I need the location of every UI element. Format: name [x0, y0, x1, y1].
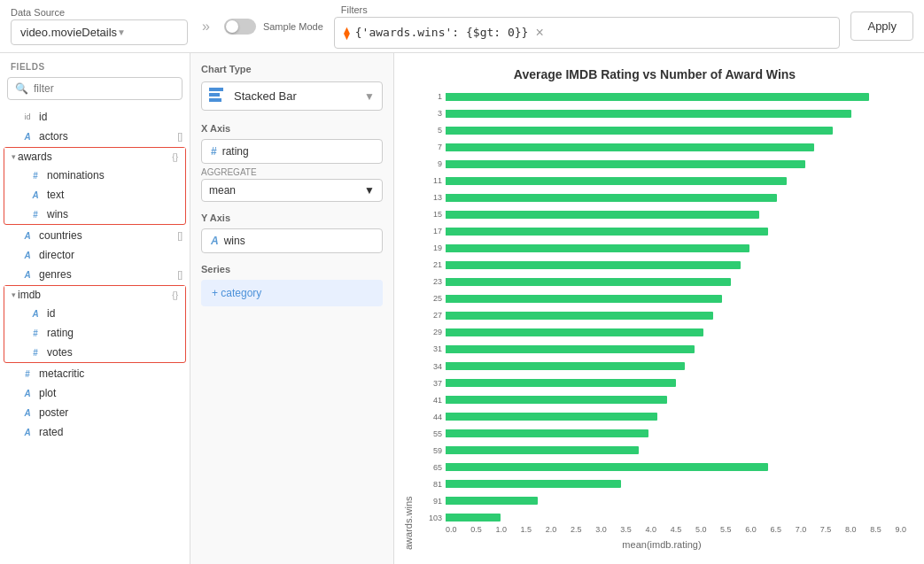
bar-fill — [446, 244, 749, 252]
field-label-imdb-votes: votes — [47, 346, 178, 359]
bar-label: 103 — [417, 514, 442, 522]
field-item-metacritic[interactable]: # metacritic — [0, 364, 190, 383]
field-item-plot[interactable]: A plot — [0, 383, 190, 403]
group-label-imdb: imdb — [18, 289, 172, 301]
type-icon-poster: A — [21, 408, 34, 418]
filter-clear-icon[interactable]: × — [535, 25, 543, 41]
awards-expand-icon: ▾ — [12, 152, 16, 161]
type-icon-text: A — [29, 190, 42, 200]
bar-row: 65 — [417, 463, 906, 472]
awards-group-container: ▾ awards {} # nominations A text # wins — [4, 147, 186, 225]
field-label-countries: countries — [39, 229, 174, 242]
bar-label: 21 — [417, 260, 442, 269]
bar-row: 15 — [417, 210, 906, 219]
series-label: Series — [201, 264, 383, 274]
field-item-wins[interactable]: # wins — [4, 205, 185, 224]
field-item-poster[interactable]: A poster — [0, 403, 190, 422]
apply-button[interactable]: Apply — [850, 12, 913, 41]
bar-track — [446, 312, 906, 320]
bar-row: 21 — [417, 260, 906, 269]
chart-type-select[interactable]: Stacked Bar ▼ — [201, 81, 383, 111]
sample-mode-area: Sample Mode — [224, 19, 323, 35]
x-axis-field[interactable]: # rating — [201, 139, 383, 164]
group-header-imdb[interactable]: ▾ imdb {} — [4, 286, 185, 304]
bar-label: 11 — [417, 176, 442, 185]
search-box[interactable]: 🔍 — [7, 77, 182, 100]
chart-type-chevron-icon: ▼ — [364, 90, 375, 103]
imdb-expand-icon: ▾ — [12, 290, 16, 299]
type-icon-rated: A — [21, 428, 34, 437]
field-item-actors[interactable]: A actors [] — [0, 127, 190, 146]
group-header-awards[interactable]: ▾ awards {} — [4, 148, 185, 166]
field-item-director[interactable]: A director — [0, 245, 190, 265]
field-label-genres: genres — [39, 268, 174, 281]
bar-track — [446, 328, 906, 336]
type-icon-director: A — [21, 251, 34, 260]
type-icon-nominations: # — [29, 171, 42, 181]
y-axis-chart-label: awards.wins — [403, 90, 414, 550]
y-axis-field[interactable]: A wins — [201, 228, 383, 253]
field-item-id[interactable]: id id — [0, 107, 190, 127]
bar-track — [446, 177, 906, 185]
bar-row: 37 — [417, 379, 906, 388]
sample-mode-toggle[interactable] — [224, 19, 256, 35]
countries-bracket: [] — [177, 231, 182, 241]
field-item-rated[interactable]: A rated — [0, 422, 190, 442]
field-label-wins: wins — [47, 208, 178, 220]
bar-fill — [446, 312, 713, 320]
bar-track — [446, 413, 906, 421]
field-item-nominations[interactable]: # nominations — [4, 166, 185, 185]
bar-fill — [446, 177, 787, 185]
bar-label: 41 — [417, 396, 442, 405]
chart-type-icon — [209, 88, 227, 104]
bar-track — [446, 261, 906, 269]
field-label-id: id — [39, 111, 182, 123]
series-add-button[interactable]: + category — [201, 280, 383, 306]
field-label-imdb-id: id — [47, 307, 178, 320]
field-label-plot: plot — [39, 387, 182, 399]
aggregate-chevron-icon: ▼ — [364, 184, 375, 197]
field-item-imdb-id[interactable]: A id — [4, 304, 185, 323]
y-axis-type-icon: A — [211, 235, 219, 247]
bar-row: 34 — [417, 362, 906, 371]
type-icon-wins: # — [29, 210, 42, 220]
svg-rect-2 — [209, 98, 221, 102]
bar-label: 27 — [417, 311, 442, 320]
x-axis-field-label: rating — [222, 145, 249, 158]
bar-track — [446, 127, 906, 135]
bar-track — [446, 396, 906, 404]
datasource-select[interactable]: video.movieDetails ▼ — [11, 19, 188, 45]
type-icon-genres: A — [21, 270, 34, 280]
bar-track — [446, 93, 906, 101]
bar-label: 15 — [417, 210, 442, 219]
field-item-text[interactable]: A text — [4, 185, 185, 205]
filter-icon: ⧫ — [344, 26, 350, 40]
field-item-genres[interactable]: A genres [] — [0, 265, 190, 284]
search-input[interactable] — [34, 82, 175, 95]
bar-track — [446, 295, 906, 303]
bar-label: 55 — [417, 429, 442, 438]
y-axis-title: Y Axis — [201, 212, 383, 223]
bar-row: 3 — [417, 109, 906, 118]
bar-fill — [446, 295, 722, 303]
bar-fill — [446, 429, 648, 437]
aggregate-select[interactable]: mean ▼ — [201, 179, 383, 202]
type-icon-imdb-id: A — [29, 309, 42, 319]
bar-row: 23 — [417, 277, 906, 286]
field-item-countries[interactable]: A countries [] — [0, 226, 190, 245]
field-label-poster: poster — [39, 406, 182, 419]
field-item-imdb-rating[interactable]: # rating — [4, 323, 185, 343]
bar-label: 81 — [417, 480, 442, 489]
top-bar: Data Source video.movieDetails ▼ » Sampl… — [0, 0, 924, 53]
datasource-value: video.movieDetails — [20, 26, 117, 39]
bar-fill — [446, 278, 731, 286]
bar-row: 44 — [417, 413, 906, 421]
chart-type-value: Stacked Bar — [234, 89, 364, 103]
field-item-imdb-votes[interactable]: # votes — [4, 343, 185, 362]
bar-label: 5 — [417, 126, 442, 135]
bar-label: 9 — [417, 159, 442, 168]
filter-bar[interactable]: ⧫ {'awards.wins': {$gt: 0}} × — [334, 17, 841, 49]
bar-fill — [446, 480, 621, 488]
bar-row: 11 — [417, 176, 906, 185]
group-label-awards: awards — [18, 151, 172, 163]
